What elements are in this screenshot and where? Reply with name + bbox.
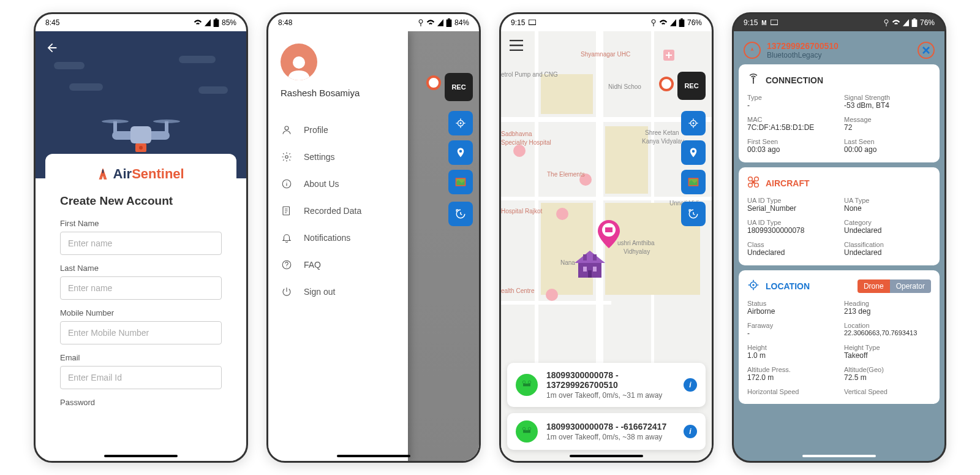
antenna-icon	[747, 73, 760, 88]
status-right: 84%	[418, 18, 469, 27]
menu-recorded[interactable]: Recorded Data	[281, 197, 396, 224]
menu-profile[interactable]: Profile	[281, 116, 396, 143]
menu-about[interactable]: About Us	[281, 170, 396, 197]
battery-icon	[446, 18, 452, 27]
rec-button[interactable]: REC	[677, 72, 706, 100]
history-button[interactable]	[448, 202, 473, 226]
cast-icon	[771, 20, 778, 26]
svg-point-54	[748, 183, 753, 188]
layers-button[interactable]	[448, 170, 473, 194]
svg-rect-0	[214, 20, 219, 27]
svg-point-18	[285, 126, 288, 130]
map-poi-label: Nana	[560, 259, 575, 266]
first-name-label: First Name	[60, 219, 222, 228]
signup-phone: 8:45 85%	[34, 12, 248, 463]
location-icon	[650, 19, 657, 26]
section-title: AIRCRAFT	[766, 178, 810, 188]
battery-icon	[679, 18, 685, 27]
drone-map-pin-icon[interactable]	[598, 220, 620, 248]
avatar[interactable]	[281, 44, 317, 80]
locate-button[interactable]	[681, 111, 706, 135]
svg-rect-30	[605, 227, 612, 232]
status-left: 9:15	[511, 18, 536, 27]
svg-rect-4	[113, 121, 117, 132]
status-right: 76%	[650, 18, 702, 27]
drone-card[interactable]: 18099300000078 - -616672417 1m over Take…	[507, 413, 706, 450]
back-icon[interactable]	[45, 41, 59, 57]
layers-button[interactable]	[681, 170, 706, 194]
signal-icon	[205, 19, 211, 26]
hospital-icon	[663, 50, 674, 61]
signal-icon	[437, 19, 443, 26]
close-button[interactable]	[918, 42, 935, 59]
home-indicator[interactable]	[337, 455, 410, 457]
menu-settings[interactable]: Settings	[281, 143, 396, 170]
signal-icon	[670, 19, 676, 26]
rec-button[interactable]: REC	[445, 73, 473, 101]
locate-button[interactable]	[448, 111, 473, 135]
last-name-label: Last Name	[60, 264, 222, 273]
status-bar: 9:15 76%	[501, 14, 712, 31]
drone-subtitle: 1m over Takeoff, 0m/s, ~38 m away	[546, 433, 666, 441]
first-name-input[interactable]	[60, 232, 222, 255]
svg-rect-1	[215, 18, 217, 20]
section-title: CONNECTION	[766, 75, 823, 85]
wifi-icon	[194, 19, 202, 26]
pin-button[interactable]	[681, 140, 706, 165]
svg-rect-36	[588, 270, 592, 278]
history-button[interactable]	[681, 202, 706, 226]
svg-rect-56	[752, 181, 755, 184]
location-icon	[883, 19, 889, 26]
drone-title: 18099300000078 -	[546, 370, 662, 380]
info-icon	[281, 178, 293, 190]
wifi-icon	[426, 19, 435, 26]
location-toggle: Drone Operator	[858, 279, 931, 293]
svg-rect-27	[680, 18, 683, 20]
menu-signout[interactable]: Sign out	[281, 278, 396, 305]
svg-point-53	[755, 177, 759, 181]
svg-rect-47	[771, 20, 778, 25]
email-input[interactable]	[60, 366, 222, 389]
user-name: Rashesh Bosamiya	[281, 88, 396, 98]
toggle-operator[interactable]: Operator	[890, 279, 931, 293]
status-right: 76%	[883, 18, 935, 27]
signal-icon	[903, 19, 909, 26]
menu-notifications[interactable]: Notifications	[281, 224, 396, 251]
menu-faq[interactable]: FAQ	[281, 251, 396, 278]
detail-body[interactable]: 137299926700510 BluetoothLegacy CONNECTI…	[734, 31, 944, 461]
toggle-drone[interactable]: Drone	[858, 279, 890, 293]
detail-phone: 9:15 M 76% 137299926700510 BluetoothLega…	[732, 12, 946, 463]
svg-point-17	[293, 56, 305, 69]
info-button[interactable]: i	[684, 378, 697, 392]
aircraft-section: AIRCRAFT UA ID TypeSerial_Number UA Type…	[739, 167, 940, 265]
svg-rect-7	[130, 126, 151, 143]
home-indicator[interactable]	[104, 455, 178, 457]
location-icon	[418, 19, 424, 26]
svg-rect-50	[913, 18, 916, 20]
user-icon	[281, 124, 293, 136]
cast-icon	[529, 20, 536, 26]
drone-icon	[101, 114, 181, 159]
svg-point-10	[419, 20, 423, 23]
svg-point-51	[753, 77, 755, 78]
svg-rect-49	[912, 20, 918, 27]
svg-rect-34	[583, 267, 587, 272]
drone-card[interactable]: 18099300000078 - 137299926700510 1m over…	[507, 363, 706, 407]
home-indicator[interactable]	[802, 455, 876, 457]
status-left: 9:15 M	[744, 18, 778, 27]
wifi-icon	[892, 19, 900, 26]
pin-button[interactable]	[448, 140, 473, 165]
home-indicator[interactable]	[570, 455, 643, 457]
navigation-drawer: Rashesh Bosamiya Profile Settings About …	[268, 31, 408, 461]
drone-title: 137299926700510	[546, 380, 662, 390]
svg-point-58	[752, 284, 754, 286]
last-name-input[interactable]	[60, 276, 222, 300]
mobile-input[interactable]	[60, 321, 222, 344]
info-button[interactable]: i	[684, 425, 697, 438]
svg-point-23	[286, 267, 287, 267]
menu-button[interactable]	[510, 40, 523, 53]
svg-point-45	[522, 427, 526, 430]
svg-point-19	[285, 156, 288, 159]
svg-point-25	[652, 20, 655, 23]
compass-icon	[744, 42, 761, 59]
